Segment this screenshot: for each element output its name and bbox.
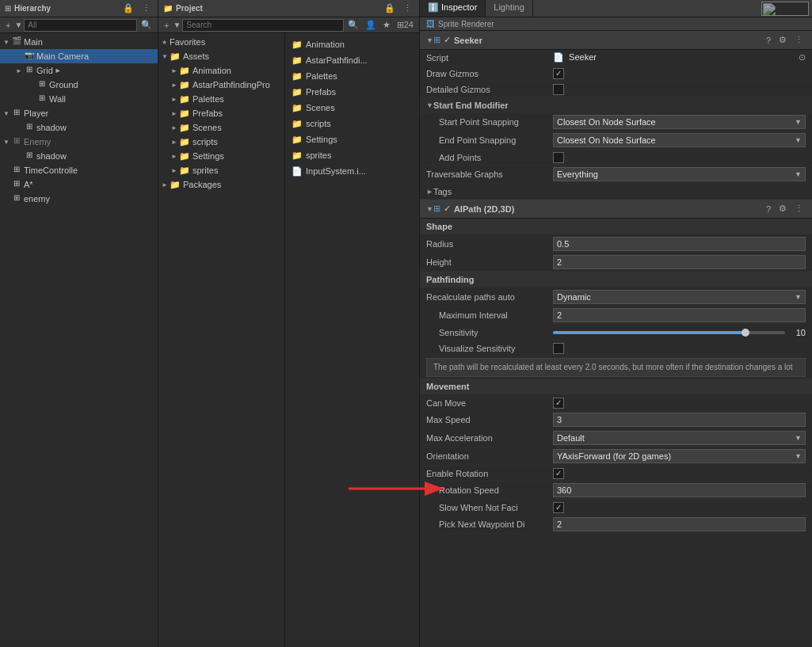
tab-inspector[interactable]: ℹ️ Inspector — [420, 0, 486, 17]
asset-inputsystem[interactable]: 📄 InputSystem.i... — [288, 163, 416, 179]
hierarchy-item-maincamera[interactable]: 📷 Main Camera — [0, 49, 158, 63]
recalc-dropdown[interactable]: Dynamic ▼ — [553, 290, 806, 304]
aipath-menu-btn[interactable]: ⋮ — [792, 203, 806, 215]
asset-palettes[interactable]: 📁 Palettes — [288, 68, 416, 84]
project-animation[interactable]: ► 📁 Animation — [158, 63, 284, 78]
tree-label-player: Player — [24, 108, 48, 118]
asset-astar[interactable]: 📁 AstarPathfindi... — [288, 52, 416, 68]
hierarchy-search-btn[interactable]: 🔍 — [139, 19, 154, 31]
hierarchy-add-btn[interactable]: + — [3, 20, 13, 31]
hierarchy-menu-btn[interactable]: ⋮ — [139, 2, 153, 14]
seeker-component-header[interactable]: ▼ ⊞ ✓ Seeker ? ⚙ ⋮ — [420, 31, 812, 50]
radius-input[interactable] — [553, 237, 806, 251]
recalc-arrow: ▼ — [795, 293, 802, 301]
project-search[interactable] — [182, 19, 343, 32]
sensitivity-track[interactable] — [553, 331, 785, 334]
seeker-menu-btn[interactable]: ⋮ — [792, 34, 806, 46]
project-palettes[interactable]: ► 📁 Palettes — [158, 92, 284, 106]
orientation-dropdown[interactable]: YAxisForward (for 2D games) ▼ — [553, 449, 806, 463]
aipath-component-header[interactable]: ▼ ⊞ ✓ AIPath (2D,3D) ? ⚙ ⋮ — [420, 200, 812, 219]
hierarchy-item-astar[interactable]: ⊞ A* — [0, 177, 158, 192]
project-settings[interactable]: ► 📁 Settings — [158, 149, 284, 163]
hierarchy-item-player[interactable]: ▼ ⊞ Player — [0, 106, 158, 120]
aipath-help-btn[interactable]: ? — [764, 203, 773, 215]
project-astar[interactable]: ► 📁 AstarPathfindingPro — [158, 78, 284, 92]
max-speed-input[interactable] — [553, 413, 806, 427]
can-move-label: Can Move — [426, 398, 553, 408]
favorites-label: Favorites — [170, 37, 205, 47]
traversable-dropdown[interactable]: Everything ▼ — [553, 167, 806, 181]
start-point-dropdown[interactable]: Closest On Node Surface ▼ — [553, 115, 806, 129]
end-point-dropdown[interactable]: Closest On Node Surface ▼ — [553, 133, 806, 147]
asset-scenes[interactable]: 📁 Scenes — [288, 100, 416, 116]
project-scenes[interactable]: ► 📁 Scenes — [158, 120, 284, 135]
tree-label-enemy: Enemy — [24, 137, 51, 147]
hierarchy-lock-btn[interactable]: 🔒 — [120, 2, 136, 14]
height-row: Height — [420, 253, 812, 272]
tree-label-enemy2: enemy — [24, 194, 50, 204]
visualize-checkbox[interactable] — [553, 343, 564, 354]
aipath-checkbox[interactable]: ✓ — [444, 204, 451, 214]
project-search-btn[interactable]: 🔍 — [345, 19, 361, 31]
hierarchy-item-wall[interactable]: ⊞ Wall — [0, 92, 158, 106]
hierarchy-item-ground[interactable]: ⊞ Ground — [0, 78, 158, 92]
add-points-label: Add Points — [426, 153, 553, 162]
hierarchy-item-enemyshadow[interactable]: ⊞ shadow — [0, 149, 158, 163]
draw-gizmos-checkbox[interactable]: ✓ — [553, 68, 564, 79]
slow-when-label: Slow When Not Faci — [426, 503, 553, 512]
project-scripts[interactable]: ► 📁 scripts — [158, 135, 284, 149]
info-box: The path will be recalculated at least e… — [426, 358, 806, 377]
movement-section: Movement — [420, 379, 812, 395]
hierarchy-item-enemy[interactable]: ▼ ⊞ Enemy — [0, 135, 158, 149]
asset-animation[interactable]: 📁 Animation — [288, 36, 416, 52]
project-assets-root[interactable]: ▼ 📁 Assets — [158, 49, 284, 63]
asset-settings[interactable]: 📁 Settings — [288, 131, 416, 147]
scenes-folder-icon: 📁 — [179, 123, 190, 133]
hierarchy-item-timecontroller[interactable]: ⊞ TimeControlle — [0, 163, 158, 177]
project-add-btn[interactable]: + — [162, 20, 171, 31]
rotation-speed-input[interactable] — [553, 483, 806, 497]
project-menu-btn[interactable]: ⋮ — [401, 2, 414, 14]
pathfinding-label: Pathfinding — [426, 275, 475, 284]
slow-when-checkbox[interactable]: ✓ — [553, 502, 564, 513]
asset-sprites[interactable]: 📁 sprites — [288, 147, 416, 163]
seeker-checkbox[interactable]: ✓ — [444, 35, 451, 45]
aipath-settings-btn[interactable]: ⚙ — [776, 203, 789, 215]
tab-lighting[interactable]: Lighting — [486, 0, 533, 17]
asset-prefabs[interactable]: 📁 Prefabs — [288, 84, 416, 100]
detailed-gizmos-checkbox[interactable] — [553, 84, 564, 95]
project-lock-btn[interactable]: 🔒 — [382, 2, 398, 14]
project-sprites[interactable]: ► 📁 sprites — [158, 163, 284, 177]
project-toolbar: + ▼ 🔍 👤 ★ ⊞24 — [158, 17, 419, 33]
rotation-speed-label: Rotation Speed — [426, 485, 553, 495]
hierarchy-item-grid[interactable]: ► ⊞ Grid ► — [0, 63, 158, 78]
sensitivity-fill — [553, 331, 745, 334]
height-input[interactable] — [553, 255, 806, 269]
draw-gizmos-label: Draw Gizmos — [426, 69, 553, 78]
add-points-checkbox[interactable] — [553, 152, 564, 163]
max-accel-dropdown[interactable]: Default ▼ — [553, 431, 806, 445]
project-prefabs[interactable]: ► 📁 Prefabs — [158, 106, 284, 120]
orientation-label: Orientation — [426, 451, 553, 461]
project-packages[interactable]: ► 📁 Packages — [158, 177, 284, 192]
hierarchy-item-main[interactable]: ▼ 🎬 Main — [0, 35, 158, 49]
hierarchy-search[interactable] — [24, 19, 137, 32]
asset-scripts[interactable]: 📁 scripts — [288, 116, 416, 131]
project-filter-btn[interactable]: 👤 — [363, 19, 379, 31]
hierarchy-item-enemy2[interactable]: ⊞ enemy — [0, 192, 158, 206]
tree-icon-timecontroller: ⊞ — [11, 165, 22, 176]
max-interval-input[interactable] — [553, 308, 806, 322]
project-star-btn[interactable]: ★ — [380, 19, 393, 31]
hierarchy-item-shadow[interactable]: ⊞ shadow — [0, 120, 158, 135]
pick-next-input[interactable] — [553, 517, 806, 531]
max-speed-row: Max Speed — [420, 411, 812, 429]
recalc-row: Recalculate paths auto Dynamic ▼ — [420, 288, 812, 306]
project-favorites[interactable]: ★ Favorites — [158, 35, 284, 49]
can-move-checkbox[interactable]: ✓ — [553, 398, 564, 409]
enable-rotation-checkbox[interactable]: ✓ — [553, 468, 564, 479]
sensitivity-thumb[interactable] — [741, 329, 749, 337]
seeker-settings-btn[interactable]: ⚙ — [776, 34, 789, 46]
seeker-help-btn[interactable]: ? — [764, 34, 773, 46]
project-24-btn[interactable]: ⊞24 — [395, 19, 416, 31]
max-interval-label: Maximum Interval — [426, 310, 553, 320]
